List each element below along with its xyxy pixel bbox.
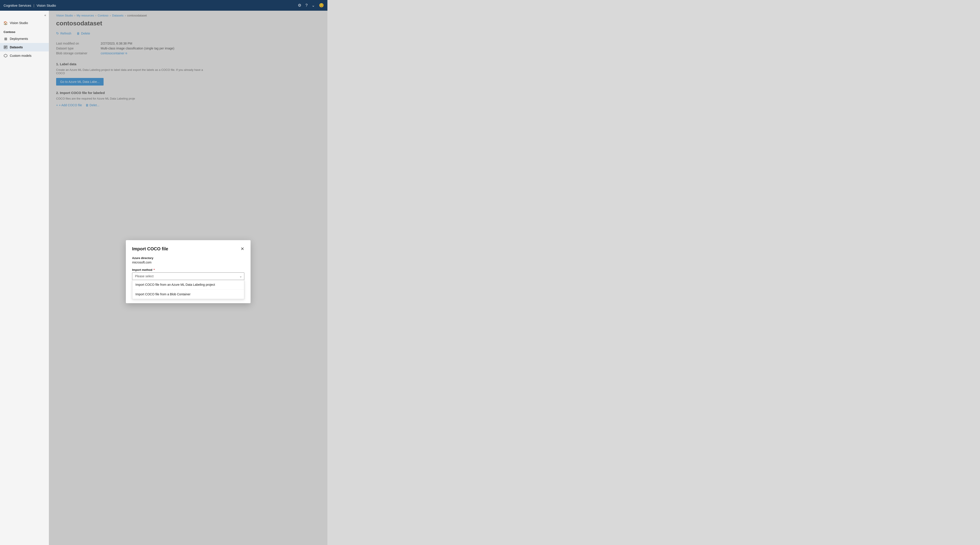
modal-import-method-field: Import method * Please select Import COC… bbox=[132, 268, 244, 299]
deployments-icon: ⊞ bbox=[3, 37, 8, 41]
sidebar-datasets-label: Datasets bbox=[10, 45, 23, 49]
main-layout: « 🏠 Vision Studio Contoso ⊞ Deployments … bbox=[0, 11, 328, 545]
app-title: Cognitive Services bbox=[3, 3, 31, 7]
sidebar: « 🏠 Vision Studio Contoso ⊞ Deployments … bbox=[0, 11, 49, 545]
sidebar-section-contoso: Contoso bbox=[0, 27, 49, 35]
svg-rect-1 bbox=[5, 46, 7, 47]
title-separator: | bbox=[33, 3, 34, 7]
settings-icon[interactable]: ⚙ bbox=[298, 3, 301, 8]
sidebar-deployments-label: Deployments bbox=[10, 37, 28, 41]
svg-rect-3 bbox=[5, 48, 6, 48]
app-subtitle: Vision Studio bbox=[37, 3, 56, 7]
sidebar-home-label: Vision Studio bbox=[10, 21, 28, 25]
import-method-label: Import method * bbox=[132, 268, 244, 272]
topbar-actions: ⚙ ? ⌄ 😊 bbox=[298, 3, 324, 8]
modal-azure-directory-field: Azure directory microsoft.com bbox=[132, 256, 244, 264]
help-icon[interactable]: ? bbox=[305, 3, 308, 8]
sidebar-custom-models-label: Custom models bbox=[10, 54, 32, 57]
modal-close-button[interactable]: ✕ bbox=[240, 246, 244, 251]
expand-icon[interactable]: ⌄ bbox=[312, 3, 315, 8]
import-method-select[interactable]: Please select Import COCO file from an A… bbox=[132, 272, 244, 280]
content-area: Vision Studio › My resources › Contoso ›… bbox=[49, 11, 328, 545]
home-icon: 🏠 bbox=[3, 21, 8, 25]
required-marker: * bbox=[153, 268, 155, 272]
sidebar-item-vision-studio[interactable]: 🏠 Vision Studio bbox=[0, 19, 49, 27]
datasets-icon bbox=[3, 45, 8, 49]
user-icon[interactable]: 😊 bbox=[319, 3, 324, 8]
import-coco-modal: Import COCO file ✕ Azure directory micro… bbox=[126, 240, 251, 303]
custom-models-icon bbox=[3, 54, 8, 58]
dropdown-option-blob[interactable]: Import COCO file from a Blob Container bbox=[132, 289, 244, 299]
sidebar-item-datasets[interactable]: Datasets bbox=[0, 43, 49, 51]
azure-directory-label: Azure directory bbox=[132, 256, 244, 260]
import-method-dropdown[interactable]: Please select Import COCO file from an A… bbox=[132, 272, 244, 280]
modal-title: Import COCO file bbox=[132, 246, 168, 251]
topbar: Cognitive Services | Vision Studio ⚙ ? ⌄… bbox=[0, 0, 328, 11]
sidebar-collapse-button[interactable]: « bbox=[45, 13, 46, 17]
svg-marker-4 bbox=[4, 54, 7, 57]
dropdown-option-azure-ml[interactable]: Import COCO file from an Azure ML Data L… bbox=[132, 280, 244, 289]
dropdown-options-list: Import COCO file from an Azure ML Data L… bbox=[132, 280, 244, 299]
azure-directory-value: microsoft.com bbox=[132, 261, 244, 264]
modal-header: Import COCO file ✕ bbox=[132, 246, 244, 251]
sidebar-collapse-area: « bbox=[0, 13, 49, 19]
sidebar-item-custom-models[interactable]: Custom models bbox=[0, 51, 49, 60]
sidebar-item-deployments[interactable]: ⊞ Deployments bbox=[0, 35, 49, 43]
svg-rect-2 bbox=[5, 47, 7, 48]
topbar-brand: Cognitive Services | Vision Studio bbox=[3, 3, 56, 7]
